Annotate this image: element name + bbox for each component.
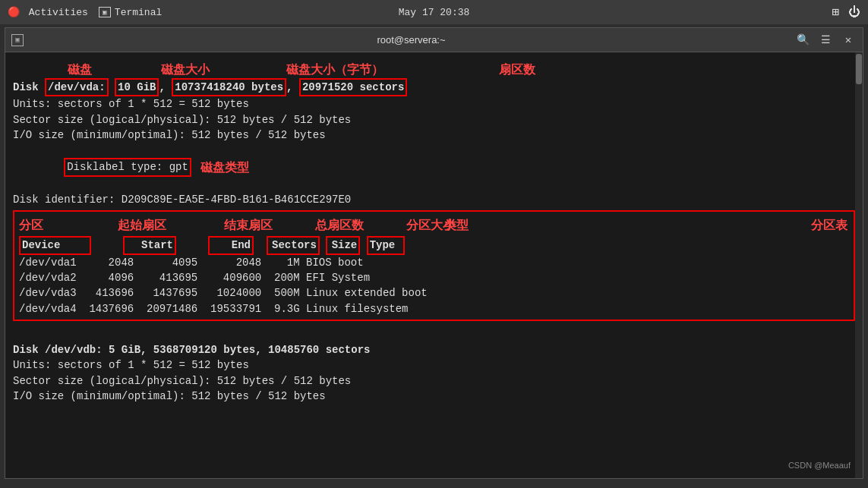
menu-button[interactable]: ☰	[817, 32, 834, 49]
col-sectors-header: Sectors	[267, 236, 320, 254]
close-button[interactable]: ✕	[840, 32, 857, 49]
disklabel-box: Disklabel type: gpt	[64, 158, 191, 176]
col-size-header: Size	[326, 236, 360, 254]
annotation-type: 类型	[444, 216, 469, 234]
annotation-partition-table: 分区表	[811, 216, 847, 234]
annotation-end-sector: 结束扇区	[224, 216, 273, 234]
sector-size-line2: Sector size (logical/physical): 512 byte…	[13, 373, 855, 389]
scrollbar[interactable]	[855, 52, 863, 478]
terminal-content[interactable]: 磁盘 磁盘大小 磁盘大小（字节） 扇区数 Disk /dev/vda: 10 G…	[5, 52, 863, 478]
search-button[interactable]: 🔍	[794, 32, 811, 49]
table-row: /dev/vda2 4096 413695 409600 200M EFI Sy…	[19, 270, 849, 285]
table-header-row: Device Start End Sectors Size Type	[19, 236, 849, 254]
table-row: /dev/vda1 2048 4095 2048 1M BIOS boot	[19, 255, 849, 270]
system-bar: 🔴 Activities ▣ Terminal May 17 20:38 ⊞ ⏻	[0, 0, 868, 24]
units-line: Units: sectors of 1 * 512 = 512 bytes	[13, 96, 855, 112]
partition-table: 分区 起始扇区 结束扇区 总扇区数 分区大小 类型 分区表 Device Sta…	[13, 210, 855, 320]
table-row: /dev/vda4 1437696 20971486 19533791 9.3G…	[19, 301, 849, 316]
annotation-disk-type: 磁盘类型	[200, 159, 249, 176]
annotation-disk: 磁盘	[68, 61, 92, 78]
window-title: root@servera:~	[28, 34, 794, 46]
vda-sectors-box: 20971520 sectors	[299, 78, 407, 96]
blank-line	[13, 327, 855, 342]
window-titlebar: ▣ root@servera:~ 🔍 ☰ ✕	[5, 28, 863, 52]
col-type-header: Type	[367, 236, 405, 254]
csdn-watermark: CSDN @Meaauf	[788, 460, 851, 472]
disklabel-row: Disklabel type: gpt 磁盘类型	[13, 143, 855, 192]
power-icon[interactable]: ⏻	[848, 5, 860, 20]
activities-icon: 🔴	[8, 7, 20, 18]
system-bar-right: ⊞ ⏻	[832, 5, 860, 20]
sector-size-line: Sector size (logical/physical): 512 byte…	[13, 112, 855, 128]
partition-annotation-row: 分区 起始扇区 结束扇区 总扇区数 分区大小 类型 分区表	[19, 215, 849, 235]
vda-size-box: 10 GiB	[115, 78, 159, 96]
terminal-window: ▣ root@servera:~ 🔍 ☰ ✕ 磁盘 磁盘大小 磁盘大小（字节） …	[5, 27, 863, 479]
col-end-header: End	[208, 236, 254, 254]
annotation-sector-count: 扇区数	[499, 61, 535, 78]
scrollbar-thumb[interactable]	[856, 54, 862, 84]
terminal-icon: ▣	[99, 7, 111, 17]
col-device-header: Device	[19, 236, 91, 254]
annotation-total-sectors: 总扇区数	[315, 216, 364, 234]
terminal-taskbar[interactable]: ▣ Terminal	[99, 7, 162, 18]
vda-device-box: /dev/vda:	[45, 78, 109, 96]
window-icon: ▣	[11, 34, 24, 46]
vda-bytes-box: 10737418240 bytes	[172, 78, 286, 96]
titlebar-left: ▣	[11, 34, 28, 46]
disklabel-line: Disklabel type: gpt	[13, 143, 191, 192]
network-icon[interactable]: ⊞	[832, 5, 839, 20]
activities-button[interactable]: 🔴 Activities	[8, 6, 88, 18]
table-row: /dev/vda3 413696 1437695 1024000 500M Li…	[19, 285, 849, 301]
system-bar-left: 🔴 Activities ▣ Terminal	[8, 6, 162, 18]
annotation-disk-size-bytes: 磁盘大小（字节）	[286, 61, 383, 78]
titlebar-controls: 🔍 ☰ ✕	[794, 32, 857, 49]
system-bar-clock: May 17 20:38	[399, 7, 470, 18]
annotation-row-1: 磁盘 磁盘大小 磁盘大小（字节） 扇区数	[13, 57, 855, 78]
disk-id-line: Disk identifier: D209C89E-EA5E-4FBD-B161…	[13, 192, 855, 207]
annotation-start-sector: 起始扇区	[118, 216, 166, 234]
annotation-disk-size: 磁盘大小	[161, 61, 210, 78]
units-line2: Units: sectors of 1 * 512 = 512 bytes	[13, 357, 855, 373]
annotation-partition: 分区	[19, 216, 43, 234]
col-start-header: Start	[123, 236, 176, 254]
io-size-line2: I/O size (minimum/optimal): 512 bytes / …	[13, 389, 855, 404]
disk-vda-line: Disk /dev/vda: 10 GiB , 10737418240 byte…	[13, 78, 855, 96]
io-size-line: I/O size (minimum/optimal): 512 bytes / …	[13, 128, 855, 143]
disk-vdb-line: Disk /dev/vdb: 5 GiB, 5368709120 bytes, …	[13, 342, 855, 357]
